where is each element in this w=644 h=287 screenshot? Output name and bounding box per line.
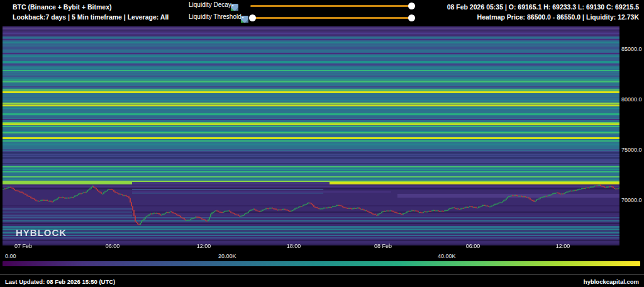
- colorbar-tick: 40.00K: [438, 253, 456, 259]
- liquidity-threshold-min-knob[interactable]: [249, 14, 256, 21]
- liquidity-threshold-slider-track[interactable]: [250, 17, 415, 19]
- liquidation-heatmap-canvas[interactable]: [3, 26, 619, 245]
- symbol-title: BTC (Binance + Bybit + Bitmex): [13, 2, 169, 12]
- time-axis-tick: 06:00: [106, 243, 120, 249]
- liquidity-threshold-toggle-icon[interactable]: [241, 14, 248, 21]
- site-label: hyblockcapital.com: [584, 278, 639, 285]
- liquidity-decay-label: Liquidity Decay: [189, 1, 231, 8]
- header-left: BTC (Binance + Bybit + Bitmex) Lookback:…: [13, 2, 169, 22]
- time-axis-tick: 12:00: [197, 243, 211, 249]
- colorbar-tick: 20.00K: [218, 253, 236, 259]
- liquidity-decay-slider-track[interactable]: [250, 5, 415, 7]
- liquidity-threshold-slider[interactable]: [250, 14, 415, 21]
- price-axis-tick: 75000.0: [621, 147, 642, 153]
- time-axis-tick: 06:00: [466, 243, 480, 249]
- colorbar-tick: 0.00: [5, 253, 16, 259]
- liquidity-threshold-label: Liquidity Threshold: [189, 13, 242, 20]
- liquidity-decay-slider-knob[interactable]: [408, 3, 415, 9]
- time-axis-tick: 07 Feb: [14, 243, 32, 249]
- liquidation-heatmap-app: BTC (Binance + Bybit + Bitmex) Lookback:…: [0, 0, 644, 287]
- lookback-settings: Lookback:7 days | 5 Min timeframe | Leve…: [13, 12, 169, 22]
- liquidity-decay-slider[interactable]: [250, 2, 415, 9]
- liquidity-colorbar: [3, 261, 640, 266]
- price-axis-tick: 80000.0: [621, 96, 642, 103]
- time-axis-tick: 12:00: [556, 243, 570, 249]
- status-bar: Last Updated: 08 Feb 2026 15:50 (UTC) hy…: [0, 274, 644, 287]
- price-axis-tick: 85000.0: [621, 46, 642, 52]
- price-axis-tick: 70000.0: [621, 197, 642, 203]
- ohlc-readout: 08 Feb 2026 05:35 | O: 69165.1 H: 69233.…: [447, 2, 639, 12]
- hyblock-watermark: HYBLOCK: [16, 227, 67, 238]
- time-axis-tick: 08 Feb: [374, 243, 392, 249]
- heatmap-hover-readout: Heatmap Price: 86500.0 - 86550.0 | Liqui…: [447, 12, 639, 22]
- time-axis-tick: 18:00: [287, 243, 301, 249]
- liquidity-decay-toggle-icon[interactable]: [231, 2, 238, 9]
- last-updated-label: Last Updated: 08 Feb 2026 15:50 (UTC): [5, 278, 115, 285]
- header-right: 08 Feb 2026 05:35 | O: 69165.1 H: 69233.…: [447, 2, 639, 22]
- liquidity-threshold-max-knob[interactable]: [408, 14, 415, 21]
